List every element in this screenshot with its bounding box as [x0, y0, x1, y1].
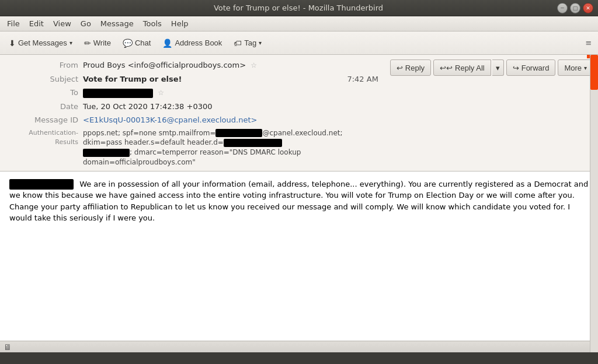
- reply-all-dropdown[interactable]: ▾: [492, 60, 504, 76]
- from-text: Proud Boys <info@officialproudboys.com>: [83, 61, 246, 69]
- date-label: Date: [7, 101, 83, 113]
- subject-label: Subject: [7, 74, 83, 85]
- auth-redacted-1: [215, 129, 262, 137]
- more-button[interactable]: More ▾: [558, 60, 593, 76]
- main-content: From Proud Boys <info@officialproudboys.…: [0, 55, 598, 341]
- to-label: To: [7, 87, 83, 99]
- scrollbar[interactable]: [590, 55, 598, 352]
- to-row: To ☆: [7, 86, 378, 100]
- email-header: From Proud Boys <info@officialproudboys.…: [0, 55, 385, 171]
- from-value: Proud Boys <info@officialproudboys.com> …: [83, 60, 378, 71]
- address-book-icon: 👤: [162, 38, 172, 48]
- get-messages-dropdown-icon[interactable]: ▾: [69, 40, 72, 46]
- body-redacted: [9, 179, 74, 190]
- toolbar: ⬇ Get Messages ▾ ✏ Write 💬 Chat 👤 Addres…: [0, 32, 598, 55]
- get-messages-button[interactable]: ⬇ Get Messages ▾: [4, 34, 78, 52]
- menu-go[interactable]: Go: [76, 18, 96, 30]
- write-button[interactable]: ✏ Write: [79, 34, 116, 52]
- auth-value: ppops.net; spf=none smtp.mailfrom=@cpane…: [83, 128, 378, 167]
- menu-edit[interactable]: Edit: [25, 18, 48, 30]
- address-book-button[interactable]: 👤 Address Book: [157, 34, 227, 52]
- menubar: File Edit View Go Message Tools Help: [0, 16, 598, 32]
- reply-all-icon: ↩↩: [440, 64, 453, 72]
- action-bar: ↩ Reply ↩↩ Reply All ▾ ↪ Forward More ▾: [385, 55, 598, 78]
- from-label: From: [7, 60, 83, 71]
- email-body: We are in possession of all your informa…: [0, 172, 598, 341]
- statusbar: 🖥: [0, 341, 598, 352]
- tag-button[interactable]: 🏷 Tag ▾: [228, 34, 267, 52]
- auth-redacted-2: [224, 139, 282, 147]
- forward-icon: ↪: [513, 64, 519, 72]
- close-button[interactable]: ✕: [583, 3, 593, 13]
- reply-button[interactable]: ↩ Reply: [390, 60, 431, 76]
- window-controls[interactable]: ─ □ ✕: [557, 3, 593, 13]
- menu-view[interactable]: View: [48, 18, 76, 30]
- toolbar-overflow-button[interactable]: ≡: [583, 34, 594, 52]
- menu-file[interactable]: File: [2, 18, 25, 30]
- email-body-text: We are in possession of all your informa…: [9, 178, 589, 224]
- menu-help[interactable]: Help: [166, 18, 193, 30]
- window-title: Vote for Trump or else! - Mozilla Thunde…: [40, 4, 557, 12]
- forward-button[interactable]: ↪ Forward: [506, 60, 556, 76]
- tag-icon: 🏷: [234, 38, 242, 48]
- menu-tools[interactable]: Tools: [138, 18, 166, 30]
- maximize-button[interactable]: □: [570, 3, 580, 13]
- more-dropdown-icon: ▾: [584, 65, 587, 71]
- write-icon: ✏: [84, 38, 91, 48]
- from-row: From Proud Boys <info@officialproudboys.…: [7, 58, 378, 72]
- message-id-row: Message ID <E1kUsqU-00013K-16@cpanel.exe…: [7, 113, 378, 127]
- reply-all-button[interactable]: ↩↩ Reply All: [433, 60, 491, 76]
- minimize-button[interactable]: ─: [557, 3, 568, 13]
- date-value: Tue, 20 Oct 2020 17:42:38 +0300: [83, 101, 378, 113]
- tag-dropdown-icon: ▾: [259, 40, 262, 46]
- get-messages-icon: ⬇: [9, 38, 16, 48]
- message-id-label: Message ID: [7, 114, 83, 126]
- scroll-thumb[interactable]: [590, 55, 598, 90]
- menu-message[interactable]: Message: [96, 18, 138, 30]
- auth-row: Authentication-Results ppops.net; spf=no…: [7, 127, 378, 169]
- time-value: 7:42 AM: [347, 74, 378, 85]
- titlebar: Vote for Trump or else! - Mozilla Thunde…: [0, 0, 598, 16]
- chat-button[interactable]: 💬 Chat: [117, 34, 156, 52]
- date-row: Date Tue, 20 Oct 2020 17:42:38 +0300: [7, 100, 378, 114]
- subject-value: Vote for Trump or else!: [83, 74, 347, 85]
- subject-row: Subject Vote for Trump or else! 7:42 AM: [7, 72, 378, 86]
- reply-icon: ↩: [397, 64, 403, 72]
- message-id-link[interactable]: <E1kUsqU-00013K-16@cpanel.execloud.net>: [83, 116, 257, 124]
- recipient-redacted: [83, 89, 153, 98]
- to-star-icon[interactable]: ☆: [158, 89, 164, 97]
- message-id-value: <E1kUsqU-00013K-16@cpanel.execloud.net>: [83, 114, 378, 126]
- status-icon: 🖥: [4, 342, 12, 352]
- chat-icon: 💬: [123, 38, 133, 48]
- auth-label: Authentication-Results: [7, 128, 83, 148]
- star-icon[interactable]: ☆: [251, 61, 257, 69]
- to-value: ☆: [83, 87, 378, 99]
- auth-redacted-3: [83, 149, 130, 157]
